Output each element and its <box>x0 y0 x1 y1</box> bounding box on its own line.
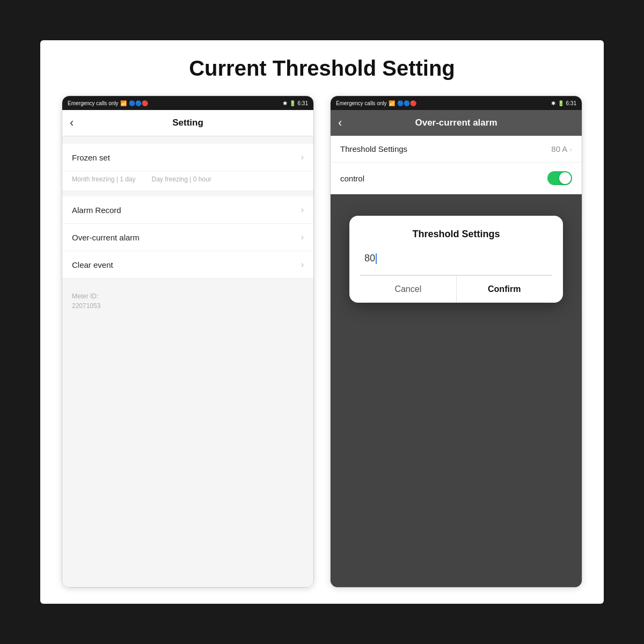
modal-actions: Cancel Confirm <box>360 275 552 303</box>
left-nav-title: Setting <box>172 118 203 128</box>
meter-id-section: Meter ID: 22071053 <box>62 284 313 318</box>
month-freezing-text: Month freezing | 1 day <box>72 175 136 183</box>
modal-input-row[interactable]: 80 <box>360 251 552 275</box>
right-status-bar: Emergency calls only 📶 🔵🔵🔴 ✱ 🔋 6:31 <box>331 96 582 110</box>
threshold-setting-label: Threshold Settings <box>340 144 407 153</box>
right-back-button[interactable]: ‹ <box>338 116 342 130</box>
over-current-label: Over-current alarm <box>72 233 140 242</box>
frozen-set-label: Frozen set <box>72 153 110 162</box>
threshold-setting-value: 80 A › <box>551 144 572 153</box>
over-current-chevron: › <box>301 232 304 242</box>
dark-overlay: Threshold Settings 80 Cancel Confirm <box>331 194 582 587</box>
page-title: Current Threshold Setting <box>189 56 455 80</box>
meter-id-label: Meter ID: 22071053 <box>72 291 304 311</box>
left-signal-icon: 📶 <box>120 100 127 106</box>
confirm-button[interactable]: Confirm <box>457 276 552 303</box>
control-toggle[interactable] <box>547 171 572 185</box>
left-status-bar: Emergency calls only 📶 🔵🔵🔴 ✱ 🔋 6:31 <box>62 96 313 110</box>
frozen-set-section: Frozen set › Month freezing | 1 day Day … <box>62 144 313 191</box>
right-settings-list: Threshold Settings 80 A › control <box>331 136 582 194</box>
right-screen: Threshold Settings 80 A › control <box>331 136 582 587</box>
left-phone-frame: Emergency calls only 📶 🔵🔵🔴 ✱ 🔋 6:31 ‹ Se… <box>62 96 314 588</box>
left-time: 6:31 <box>298 100 308 106</box>
alarm-record-section: Alarm Record › Over-current alarm › Clea… <box>62 196 313 279</box>
frozen-sub: Month freezing | 1 day Day freezing | 0 … <box>62 171 313 191</box>
right-time: 6:31 <box>566 100 576 106</box>
alarm-record-label: Alarm Record <box>72 206 121 215</box>
alarm-record-chevron: › <box>301 205 304 215</box>
control-setting-item[interactable]: control <box>331 163 582 194</box>
threshold-modal: Threshold Settings 80 Cancel Confirm <box>349 216 563 303</box>
day-freezing-text: Day freezing | 0 hour <box>152 175 211 183</box>
right-bluetooth-icon: ✱ <box>551 100 555 106</box>
outer-container: Current Threshold Setting Emergency call… <box>40 40 604 604</box>
right-status-left: Emergency calls only 📶 🔵🔵🔴 <box>336 100 416 106</box>
clear-event-chevron: › <box>301 260 304 269</box>
right-emergency-text: Emergency calls only <box>336 100 386 106</box>
left-emergency-text: Emergency calls only <box>68 100 118 106</box>
right-status-right: ✱ 🔋 6:31 <box>551 100 576 106</box>
modal-title: Threshold Settings <box>360 229 552 240</box>
phones-row: Emergency calls only 📶 🔵🔵🔴 ✱ 🔋 6:31 ‹ Se… <box>62 96 582 588</box>
left-status-left: Emergency calls only 📶 🔵🔵🔴 <box>68 100 148 106</box>
frozen-set-item[interactable]: Frozen set › <box>62 144 313 171</box>
clear-event-label: Clear event <box>72 260 113 269</box>
left-screen: Frozen set › Month freezing | 1 day Day … <box>62 136 313 587</box>
left-status-right: ✱ 🔋 6:31 <box>283 100 308 106</box>
alarm-record-item[interactable]: Alarm Record › <box>62 196 313 224</box>
over-current-item[interactable]: Over-current alarm › <box>62 224 313 251</box>
threshold-chevron-icon: › <box>569 145 572 153</box>
right-battery-icon: 🔋 <box>558 100 564 106</box>
left-nav-bar: ‹ Setting <box>62 110 313 136</box>
right-signal-icon: 📶 <box>389 100 395 106</box>
cancel-button[interactable]: Cancel <box>360 276 456 303</box>
left-back-button[interactable]: ‹ <box>70 116 74 130</box>
right-nav-bar: ‹ Over-current alarm <box>331 110 582 136</box>
clear-event-item[interactable]: Clear event › <box>62 251 313 279</box>
toggle-knob <box>559 172 571 184</box>
right-phone-frame: Emergency calls only 📶 🔵🔵🔴 ✱ 🔋 6:31 ‹ Ov… <box>330 96 582 588</box>
control-label: control <box>340 174 364 183</box>
text-cursor <box>376 253 377 264</box>
right-nav-title: Over-current alarm <box>415 118 497 128</box>
frozen-set-chevron: › <box>301 152 304 162</box>
right-wifi-icon: 🔵🔵🔴 <box>397 100 416 106</box>
modal-input-value[interactable]: 80 <box>364 253 548 264</box>
left-battery-icon: 🔋 <box>289 100 296 106</box>
threshold-setting-item[interactable]: Threshold Settings 80 A › <box>331 136 582 163</box>
left-bluetooth-icon: ✱ <box>283 100 287 106</box>
left-wifi-icon: 🔵🔵🔴 <box>129 100 148 106</box>
